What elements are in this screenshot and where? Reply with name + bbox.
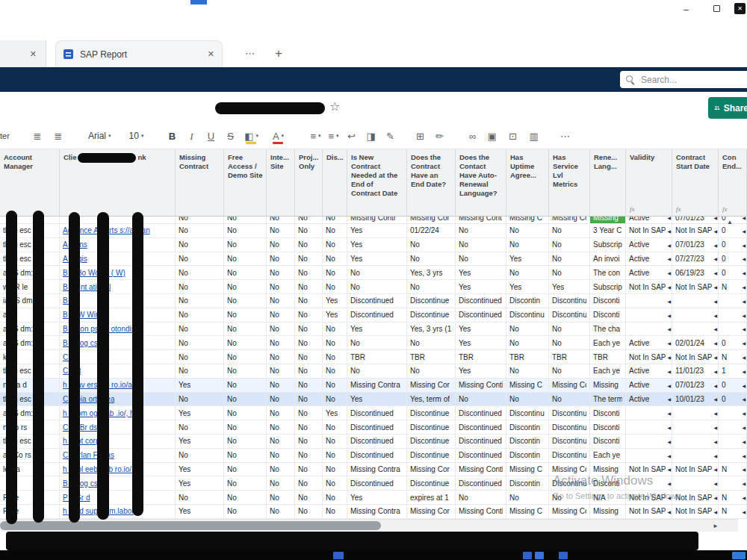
cell[interactable]: Not In SAP◀	[672, 505, 719, 518]
cell[interactable]: Discontinu	[506, 308, 549, 322]
cell[interactable]: Not In SAP◀	[626, 224, 672, 237]
cell[interactable]: TBR	[456, 350, 506, 364]
italic-button[interactable]: I	[185, 127, 199, 145]
column-header[interactable]: Clienk	[60, 149, 176, 216]
tab-close-icon[interactable]: ✕	[30, 49, 37, 59]
cell[interactable]: No	[224, 238, 267, 252]
cell[interactable]: Yes	[456, 323, 506, 336]
cell[interactable]: Discontin	[506, 420, 549, 434]
cell[interactable]: Yes, 3 yrs (1	[407, 323, 456, 336]
cell[interactable]: No	[549, 323, 590, 336]
cell[interactable]: Discontin	[506, 294, 549, 308]
link-button[interactable]: ∞	[465, 127, 480, 145]
cell[interactable]: ◀	[719, 406, 747, 420]
cell[interactable]: No	[267, 491, 295, 504]
cell[interactable]: 07/27/23◀	[672, 252, 719, 266]
cell[interactable]: Yes	[323, 406, 347, 420]
cell[interactable]: No	[295, 266, 323, 279]
cell[interactable]: No	[323, 463, 347, 476]
cell[interactable]: Yes	[323, 308, 347, 322]
cell[interactable]: No	[323, 224, 347, 237]
cell[interactable]: Missing Cor	[407, 505, 456, 518]
cell[interactable]: Missing Conti	[456, 463, 506, 476]
cell[interactable]: No	[323, 364, 347, 378]
cell[interactable]: TBR	[347, 350, 407, 364]
cell[interactable]: Missing Contra	[347, 505, 407, 518]
cell[interactable]: 06/19/23◀	[672, 266, 719, 279]
cell[interactable]: No	[323, 323, 347, 336]
cell[interactable]: Missing Cor	[407, 463, 456, 476]
new-tab-button[interactable]: +	[275, 46, 282, 61]
cell[interactable]: 07/01/23◀	[672, 217, 719, 224]
cell[interactable]: Disconti	[590, 476, 626, 490]
cell[interactable]: No	[224, 379, 267, 392]
cell[interactable]: No	[295, 449, 323, 462]
cell[interactable]: ◀	[672, 294, 719, 308]
cell[interactable]: No	[347, 336, 407, 349]
column-header[interactable]: Account Manager	[0, 149, 60, 216]
cell[interactable]: No	[176, 350, 224, 364]
cell[interactable]: No	[323, 505, 347, 518]
cell[interactable]: Yes	[347, 393, 407, 406]
cell[interactable]: Not In SAP◀	[626, 350, 672, 364]
row-height-icon[interactable]: ≣	[30, 127, 45, 145]
cell[interactable]: Missing	[590, 505, 626, 518]
tab-close-icon[interactable]: ✕	[208, 49, 214, 59]
cell[interactable]: No	[267, 435, 295, 448]
cell[interactable]: No	[267, 420, 295, 434]
cell[interactable]: No	[323, 379, 347, 392]
columns-button[interactable]: ▥	[527, 127, 542, 145]
cell[interactable]: No	[176, 217, 224, 224]
cell[interactable]: Active◀	[626, 217, 672, 224]
cell[interactable]: Subscrip	[590, 238, 626, 252]
cell[interactable]: Missing Contra	[347, 379, 407, 392]
cell[interactable]: ◀	[626, 435, 672, 448]
cell[interactable]: No	[347, 280, 407, 293]
search-box[interactable]	[620, 71, 747, 88]
cell[interactable]: 11/01/23◀	[672, 364, 719, 378]
highlight-button[interactable]: ✏	[433, 127, 447, 145]
cell[interactable]: Discontinued	[347, 308, 407, 322]
cell[interactable]: Missing Conti	[456, 379, 506, 392]
cell[interactable]: Missing C	[506, 505, 549, 518]
cell[interactable]: Discontinued	[347, 406, 407, 420]
cell[interactable]: ◀	[626, 308, 672, 322]
cell[interactable]: Active◀	[626, 266, 672, 279]
borders-button[interactable]: ⊞	[413, 127, 428, 145]
cell[interactable]: Discontinued	[347, 435, 407, 448]
cell[interactable]: No	[267, 505, 295, 518]
scroll-right-icon[interactable]: ►	[713, 523, 719, 529]
cell[interactable]: No	[267, 406, 295, 420]
cell[interactable]: Not In SAP◀	[626, 491, 672, 504]
cell[interactable]: Missing Cont	[456, 217, 506, 224]
cell[interactable]: No	[407, 280, 456, 293]
cell[interactable]: N◀	[719, 505, 747, 518]
column-header[interactable]: Contract Start Datefx	[672, 149, 719, 216]
cell[interactable]: No	[506, 491, 549, 504]
cell[interactable]: Yes, 3 yrs	[407, 266, 456, 279]
cell[interactable]: No	[267, 280, 295, 293]
cell[interactable]: ◀	[672, 308, 719, 322]
cell[interactable]: No	[267, 364, 295, 378]
cell[interactable]: No	[267, 379, 295, 392]
cell[interactable]: Discontinue	[549, 420, 590, 434]
cell[interactable]: Active◀	[626, 393, 672, 406]
cell[interactable]: ◀	[626, 476, 672, 490]
taskbar-icon[interactable]	[523, 552, 532, 559]
column-header[interactable]: Has Uptime Agree...	[506, 149, 549, 216]
column-header[interactable]: Rene... Lang...	[590, 149, 626, 216]
cell[interactable]: 02/01/24◀	[672, 336, 719, 349]
cell[interactable]: No	[224, 217, 267, 224]
cell[interactable]: No	[267, 336, 295, 349]
taskbar-icon[interactable]	[559, 552, 568, 559]
cell[interactable]: Each ye	[590, 364, 626, 378]
cell[interactable]: Missing	[590, 463, 626, 476]
cell[interactable]: Discontinue	[407, 420, 456, 434]
cell[interactable]: Each ye	[590, 336, 626, 349]
image-button[interactable]: ▣	[485, 127, 500, 145]
cell[interactable]: Yes	[549, 280, 590, 293]
cell[interactable]: Not In SAP◀	[672, 224, 719, 237]
cell[interactable]: 3 Year C	[590, 224, 626, 237]
cell[interactable]: No	[407, 336, 456, 349]
cell[interactable]: No	[295, 420, 323, 434]
